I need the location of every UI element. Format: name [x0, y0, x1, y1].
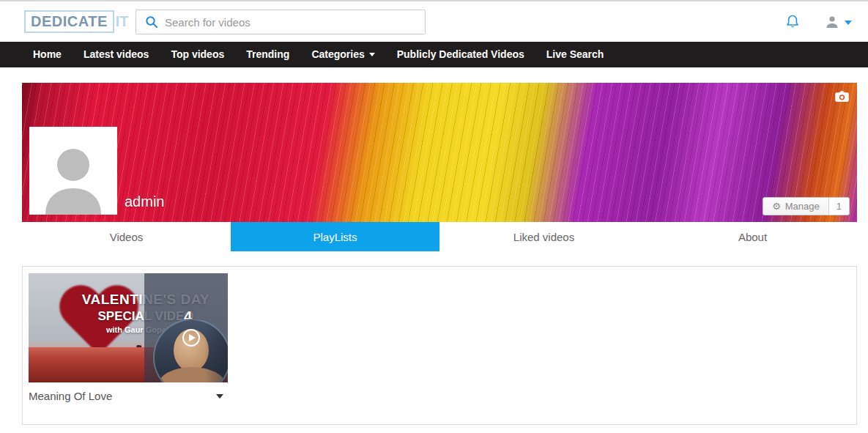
nav-label: Live Search	[546, 42, 604, 67]
header: DEDICATE IT	[0, 1, 868, 42]
nav-item-publicly-dedicated-videos[interactable]: Publicly Dedicated Videos	[386, 42, 535, 67]
search-input[interactable]	[165, 10, 425, 34]
notifications-button[interactable]	[785, 14, 800, 30]
nav-item-latest-videos[interactable]: Latest videos	[73, 42, 160, 67]
nav-label: Home	[33, 42, 62, 67]
search-bar	[136, 10, 426, 34]
playlist-card[interactable]: VALENTINE'S DAY SPECIAL VIDEO with Gaur …	[29, 273, 228, 402]
playlist-thumbnail[interactable]: VALENTINE'S DAY SPECIAL VIDEO with Gaur …	[29, 273, 228, 382]
nav-item-live-search[interactable]: Live Search	[535, 42, 615, 67]
playlist-options-caret-icon[interactable]	[216, 394, 223, 399]
bell-icon	[785, 14, 800, 30]
manage-button-main: ⚙ Manage	[763, 198, 828, 215]
playlists-panel: VALENTINE'S DAY SPECIAL VIDEO with Gaur …	[22, 266, 857, 425]
search-icon	[145, 15, 158, 29]
page-container: admin ⚙ Manage 1 Videos PlayLists Liked …	[22, 83, 857, 425]
nav-item-top-videos[interactable]: Top videos	[160, 42, 235, 67]
main-navbar: Home Latest videos Top videos Trending C…	[0, 42, 868, 67]
tab-videos[interactable]: Videos	[22, 222, 231, 251]
site-logo[interactable]: DEDICATE IT	[24, 10, 129, 33]
profile-cover-banner: admin ⚙ Manage 1	[22, 83, 857, 222]
playlist-title-row: Meaning Of Love	[29, 382, 228, 402]
user-icon	[825, 15, 839, 29]
play-icon	[182, 329, 200, 347]
logo-primary-text: DEDICATE	[24, 10, 114, 33]
manage-button[interactable]: ⚙ Manage 1	[763, 197, 850, 215]
nav-item-home[interactable]: Home	[22, 42, 73, 67]
nav-item-trending[interactable]: Trending	[235, 42, 300, 67]
profile-tabs: Videos PlayLists Liked videos About	[22, 222, 857, 251]
tab-about[interactable]: About	[648, 222, 857, 251]
tab-playlists[interactable]: PlayLists	[231, 222, 439, 251]
nav-label: Latest videos	[84, 42, 149, 67]
user-menu-button[interactable]	[825, 15, 852, 29]
profile-avatar[interactable]	[29, 127, 117, 215]
manage-count-badge: 1	[828, 198, 849, 215]
logo-secondary-text: IT	[116, 13, 129, 30]
nav-item-categories[interactable]: Categories	[300, 42, 385, 67]
camera-icon	[834, 89, 850, 103]
nav-label: Top videos	[171, 42, 224, 67]
nav-label: Categories	[311, 42, 364, 67]
chevron-down-icon	[369, 53, 375, 56]
header-actions	[785, 1, 852, 42]
playlist-title[interactable]: Meaning Of Love	[29, 390, 112, 402]
nav-label: Publicly Dedicated Videos	[397, 42, 524, 67]
tab-liked-videos[interactable]: Liked videos	[439, 222, 648, 251]
gear-icon: ⚙	[772, 201, 781, 212]
edit-cover-button[interactable]	[834, 89, 850, 103]
chevron-down-icon	[845, 21, 852, 25]
nav-label: Trending	[246, 42, 289, 67]
avatar-placeholder-icon	[38, 138, 108, 215]
manage-label: Manage	[785, 201, 820, 212]
profile-username: admin	[125, 193, 164, 210]
